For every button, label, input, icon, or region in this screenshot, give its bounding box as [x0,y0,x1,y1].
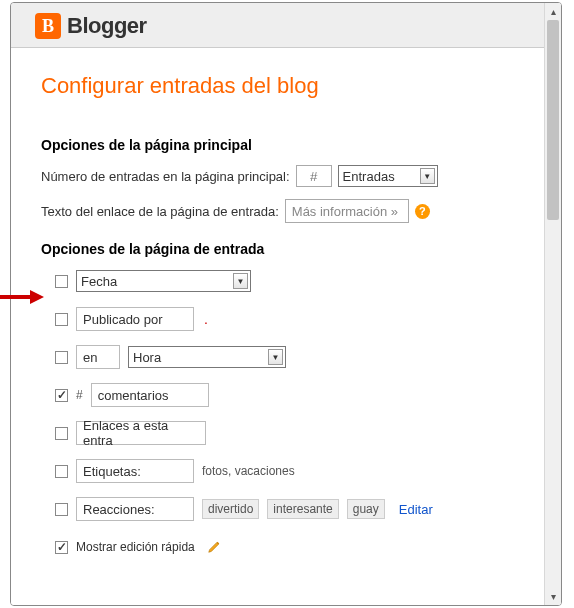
reaction-tag[interactable]: guay [347,499,385,519]
etiquetas-input[interactable]: Etiquetas: [76,459,194,483]
entries-type-value: Entradas [343,169,395,184]
hash-label: # [76,388,83,402]
option-reacciones: Reacciones: divertido interesante guay E… [55,497,543,521]
content-area: Configurar entradas del blog Opciones de… [11,53,543,605]
option-fecha: Fecha ▼ [55,269,543,293]
entry-options: Fecha ▼ Publicado por . en Hora ▼ [41,269,543,559]
scroll-up-icon[interactable]: ▴ [545,3,561,20]
enlaces-checkbox[interactable] [55,427,68,440]
chevron-down-icon: ▼ [420,168,435,184]
quickedit-checkbox[interactable] [55,541,68,554]
hora-en-input[interactable]: en [76,345,120,369]
publicado-checkbox[interactable] [55,313,68,326]
option-etiquetas: Etiquetas: fotos, vacaciones [55,459,543,483]
link-text-label: Texto del enlace de la página de entrada… [41,204,279,219]
reacciones-checkbox[interactable] [55,503,68,516]
option-comentarios: # comentarios [55,383,543,407]
header: B Blogger [11,3,561,48]
required-dot: . [204,316,208,322]
blogger-logo-icon: B [35,13,61,39]
etiquetas-checkbox[interactable] [55,465,68,478]
num-entries-label: Número de entradas en la página principa… [41,169,290,184]
vertical-scrollbar[interactable]: ▴ ▾ [544,3,561,605]
link-text-input[interactable]: Más información » [285,199,409,223]
help-icon[interactable]: ? [415,204,430,219]
scroll-down-icon[interactable]: ▾ [545,588,561,605]
pencil-icon [207,540,221,554]
enlaces-input[interactable]: Enlaces a esta entra [76,421,206,445]
fecha-checkbox[interactable] [55,275,68,288]
comentarios-checkbox[interactable] [55,389,68,402]
reaction-tag[interactable]: interesante [267,499,338,519]
publicado-input[interactable]: Publicado por [76,307,194,331]
main-options-heading: Opciones de la página principal [41,137,543,153]
chevron-down-icon: ▼ [233,273,248,289]
option-enlaces: Enlaces a esta entra [55,421,543,445]
page-title: Configurar entradas del blog [41,73,543,99]
annotation-arrow [0,289,44,305]
num-entries-input[interactable] [296,165,332,187]
option-publicado: Publicado por . [55,307,543,331]
quickedit-label: Mostrar edición rápida [76,540,195,554]
etiquetas-example: fotos, vacaciones [202,464,295,478]
entries-type-select[interactable]: Entradas ▼ [338,165,438,187]
fecha-select[interactable]: Fecha ▼ [76,270,251,292]
entry-options-heading: Opciones de la página de entrada [41,241,543,257]
option-quickedit: Mostrar edición rápida [55,535,543,559]
chevron-down-icon: ▼ [268,349,283,365]
comentarios-input[interactable]: comentarios [91,383,209,407]
reacciones-edit-link[interactable]: Editar [399,502,433,517]
brand-name: Blogger [67,13,147,39]
hora-select[interactable]: Hora ▼ [128,346,286,368]
scroll-thumb[interactable] [547,20,559,220]
reacciones-input[interactable]: Reacciones: [76,497,194,521]
option-hora: en Hora ▼ [55,345,543,369]
link-text-row: Texto del enlace de la página de entrada… [41,199,543,223]
reaction-tag[interactable]: divertido [202,499,259,519]
dialog-frame: B Blogger ▴ ▾ Configurar entradas del bl… [10,2,562,606]
hora-checkbox[interactable] [55,351,68,364]
num-entries-row: Número de entradas en la página principa… [41,165,543,187]
